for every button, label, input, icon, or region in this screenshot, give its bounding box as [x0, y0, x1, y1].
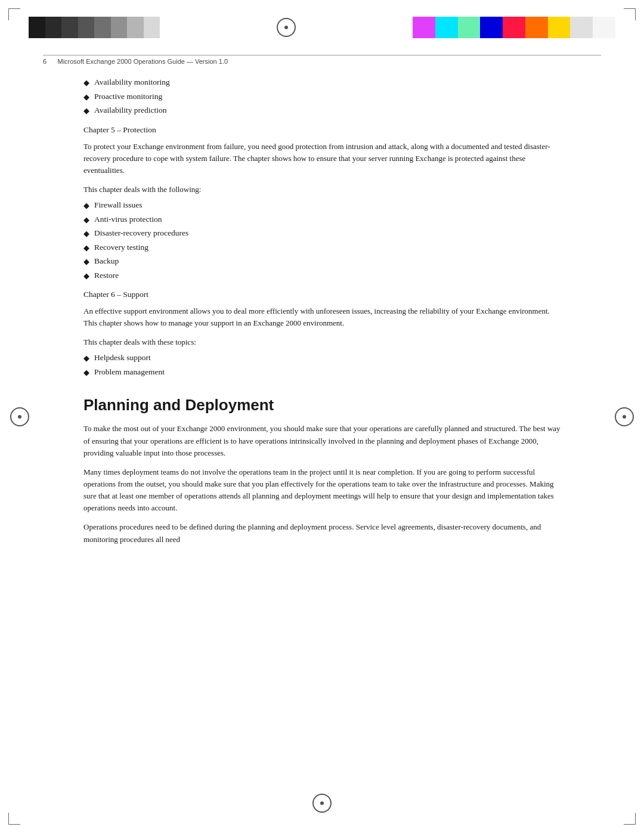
bullet-icon: ◆ — [83, 367, 89, 379]
color-strip-right — [413, 17, 615, 38]
color-swatch — [61, 17, 78, 38]
color-swatch — [570, 17, 593, 38]
color-swatch — [127, 17, 144, 38]
list-item-text: Recovery testing — [94, 241, 148, 253]
list-item: ◆ Disaster-recovery procedures — [83, 227, 561, 240]
list-item-text: Availability monitoring — [94, 76, 170, 88]
right-crosshair — [618, 410, 631, 423]
bullet-icon: ◆ — [83, 228, 89, 240]
bullet-icon: ◆ — [83, 200, 89, 212]
page-number: 6 — [43, 58, 47, 65]
list-item-text: Backup — [94, 255, 119, 267]
color-swatch — [548, 17, 571, 38]
bullet-icon: ◆ — [83, 352, 89, 364]
section-para2: Many times deployment teams do not invol… — [83, 466, 561, 515]
bullet-icon: ◆ — [83, 256, 89, 268]
list-item: ◆ Anti-virus protection — [83, 213, 561, 226]
color-swatch — [29, 17, 45, 38]
bullet-icon: ◆ — [83, 242, 89, 254]
bullet-icon: ◆ — [83, 214, 89, 226]
section-heading: Planning and Deployment — [83, 396, 561, 414]
color-swatch — [94, 17, 111, 38]
color-swatch — [78, 17, 95, 38]
list-item: ◆ Availability prediction — [83, 104, 561, 117]
document-title: Microsoft Exchange 2000 Operations Guide… — [57, 58, 228, 65]
color-strip-left — [29, 17, 160, 38]
top-center-crosshair — [278, 19, 295, 36]
color-swatch — [144, 17, 160, 38]
bullet-icon: ◆ — [83, 77, 89, 89]
color-swatch — [111, 17, 128, 38]
color-swatch — [503, 17, 525, 38]
list-item: ◆ Problem management — [83, 366, 561, 379]
main-content: ◆ Availability monitoring ◆ Proactive mo… — [83, 76, 561, 553]
chapter5-intro: To protect your Exchange environment fro… — [83, 141, 561, 176]
left-crosshair — [13, 410, 26, 423]
color-swatch — [525, 17, 548, 38]
list-item-text: Firewall issues — [94, 199, 143, 211]
bullet-list-protection: ◆ Firewall issues ◆ Anti-virus protectio… — [83, 199, 561, 281]
chapter5-deals-with: This chapter deals with the following: — [83, 184, 561, 196]
corner-bl — [8, 813, 20, 825]
bullet-icon: ◆ — [83, 91, 89, 103]
list-item: ◆ Proactive monitoring — [83, 91, 561, 103]
chapter6-heading: Chapter 6 – Support — [83, 290, 561, 299]
bullet-list-availability: ◆ Availability monitoring ◆ Proactive mo… — [83, 76, 561, 117]
list-item-text: Disaster-recovery procedures — [94, 227, 188, 239]
chapter6-intro: An effective support environment allows … — [83, 305, 561, 329]
header-text: 6 Microsoft Exchange 2000 Operations Gui… — [43, 58, 601, 65]
list-item: ◆ Restore — [83, 270, 561, 282]
list-item-text: Helpdesk support — [94, 352, 151, 364]
list-item: ◆ Recovery testing — [83, 241, 561, 254]
section-para3: Operations procedures need to be defined… — [83, 521, 561, 545]
color-swatch — [458, 17, 481, 38]
color-swatch — [593, 17, 615, 38]
list-item: ◆ Helpdesk support — [83, 352, 561, 364]
color-swatch — [480, 17, 503, 38]
header-rule — [43, 55, 601, 55]
list-item-text: Restore — [94, 270, 119, 281]
list-item-text: Availability prediction — [94, 104, 167, 116]
top-bar — [0, 17, 644, 38]
chapter6-deals-with: This chapter deals with these topics: — [83, 336, 561, 348]
right-crosshair-icon — [618, 410, 631, 423]
page: 6 Microsoft Exchange 2000 Operations Gui… — [0, 0, 644, 833]
list-item-text: Proactive monitoring — [94, 91, 162, 103]
color-swatch — [435, 17, 458, 38]
color-swatch — [45, 17, 62, 38]
bullet-icon: ◆ — [83, 270, 89, 282]
section-para1: To make the most out of your Exchange 20… — [83, 423, 561, 459]
list-item: ◆ Availability monitoring — [83, 76, 561, 89]
list-item: ◆ Firewall issues — [83, 199, 561, 212]
chapter5-heading: Chapter 5 – Protection — [83, 125, 561, 135]
bottom-crosshair-icon — [314, 795, 330, 812]
list-item-text: Anti-virus protection — [94, 213, 162, 225]
list-item: ◆ Backup — [83, 255, 561, 268]
bullet-icon: ◆ — [83, 105, 89, 117]
bullet-list-support: ◆ Helpdesk support ◆ Problem management — [83, 352, 561, 378]
corner-br — [624, 813, 636, 825]
header-area: 6 Microsoft Exchange 2000 Operations Gui… — [43, 55, 601, 65]
list-item-text: Problem management — [94, 366, 165, 378]
left-crosshair-icon — [13, 410, 26, 423]
bottom-crosshair — [314, 795, 330, 812]
color-swatch — [413, 17, 435, 38]
